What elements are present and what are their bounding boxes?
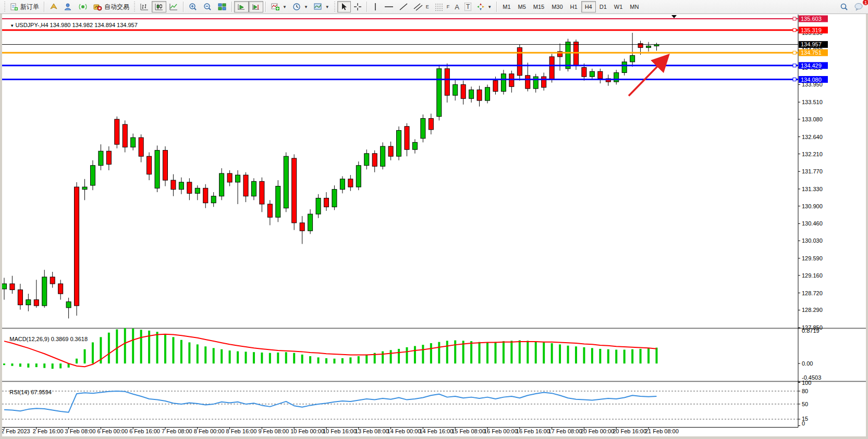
candle-body[interactable] <box>332 190 337 207</box>
candle-body[interactable] <box>573 42 578 66</box>
crosshair-button[interactable] <box>351 1 364 12</box>
line-chart-button[interactable] <box>166 1 181 12</box>
line-handle[interactable] <box>793 78 796 81</box>
candle-body[interactable] <box>50 277 55 284</box>
candle-body[interactable] <box>203 188 208 203</box>
candle-body[interactable] <box>533 77 538 89</box>
candle-body[interactable] <box>260 181 264 204</box>
candle-body[interactable] <box>549 57 554 80</box>
candle-body[interactable] <box>501 74 506 92</box>
candle-body[interactable] <box>115 119 119 144</box>
candlestick-chart-button[interactable] <box>152 1 166 12</box>
candle-body[interactable] <box>139 137 143 156</box>
trendline-button[interactable] <box>396 1 411 12</box>
candle-body[interactable] <box>477 90 482 101</box>
line-handle[interactable] <box>793 51 796 54</box>
candle-body[interactable] <box>614 73 619 82</box>
candle-body[interactable] <box>267 204 272 217</box>
arrows-tool-button[interactable]: ▼ <box>474 1 494 12</box>
auto-scroll-button[interactable] <box>234 1 249 12</box>
candle-body[interactable] <box>163 150 168 180</box>
candle-body[interactable] <box>123 124 127 147</box>
tile-windows-button[interactable] <box>215 1 229 12</box>
fibonacci-button[interactable]: F <box>432 1 453 12</box>
tab-timeframe-h1[interactable]: H1 <box>567 1 581 12</box>
text-tool-button[interactable]: A <box>452 1 462 12</box>
candle-body[interactable] <box>412 142 417 149</box>
candle-body[interactable] <box>236 175 240 182</box>
candle-body[interactable] <box>598 71 603 79</box>
candle-body[interactable] <box>106 151 111 164</box>
candle-body[interactable] <box>316 198 321 214</box>
horizontal-line-button[interactable] <box>382 1 396 12</box>
candle-body[interactable] <box>284 156 288 208</box>
candle-body[interactable] <box>82 187 87 190</box>
candle-body[interactable] <box>646 46 651 47</box>
candle-body[interactable] <box>58 284 63 294</box>
candle-body[interactable] <box>292 158 297 223</box>
candle-body[interactable] <box>10 284 15 290</box>
candle-body[interactable] <box>219 173 224 196</box>
candle-body[interactable] <box>437 69 442 117</box>
candle-body[interactable] <box>372 154 377 166</box>
timeframe-clock-button[interactable]: ▼ <box>289 1 311 12</box>
tab-timeframe-m30[interactable]: M30 <box>548 1 566 12</box>
zoom-out-button[interactable] <box>200 1 215 12</box>
candle-body[interactable] <box>421 118 425 138</box>
candle-body[interactable] <box>324 198 329 207</box>
candle-body[interactable] <box>348 179 353 187</box>
market-button[interactable] <box>46 1 61 12</box>
candle-body[interactable] <box>187 182 192 193</box>
candle-body[interactable] <box>251 181 256 196</box>
tab-timeframe-m5[interactable]: M5 <box>515 1 530 12</box>
candle-body[interactable] <box>34 300 39 306</box>
candle-body[interactable] <box>276 186 280 218</box>
auto-trading-button[interactable]: 自动交易 <box>90 1 132 12</box>
candle-body[interactable] <box>147 156 152 174</box>
candle-body[interactable] <box>243 175 248 196</box>
candle-body[interactable] <box>227 173 232 182</box>
candle-body[interactable] <box>66 302 71 307</box>
candle-body[interactable] <box>2 284 7 289</box>
candle-body[interactable] <box>429 118 433 129</box>
candle-body[interactable] <box>517 47 522 76</box>
chart-shift-button[interactable] <box>249 1 263 12</box>
search-button[interactable] <box>837 1 851 12</box>
candle-body[interactable] <box>493 81 498 92</box>
candle-body[interactable] <box>566 42 570 69</box>
candle-body[interactable] <box>445 69 449 95</box>
indicators-button[interactable]: ▼ <box>268 1 289 12</box>
candle-body[interactable] <box>469 90 474 98</box>
chart-end-marker-icon[interactable] <box>671 15 677 18</box>
tab-timeframe-m1[interactable]: M1 <box>499 1 514 12</box>
tab-timeframe-h4[interactable]: H4 <box>581 1 596 12</box>
label-tool-button[interactable]: T <box>462 1 474 12</box>
candle-body[interactable] <box>300 223 304 231</box>
annotation-arrow[interactable] <box>629 56 667 96</box>
bar-chart-button[interactable] <box>137 1 152 12</box>
tab-timeframe-mn[interactable]: MN <box>626 1 642 12</box>
candle-body[interactable] <box>26 300 31 305</box>
new-order-button[interactable]: 新订单 <box>7 1 42 12</box>
candle-body[interactable] <box>509 74 514 86</box>
candle-body[interactable] <box>582 68 586 77</box>
candle-body[interactable] <box>171 180 176 190</box>
tab-timeframe-d1[interactable]: D1 <box>596 1 610 12</box>
candle-body[interactable] <box>630 56 635 62</box>
line-handle[interactable] <box>793 64 796 67</box>
candle-body[interactable] <box>99 151 103 166</box>
candle-body[interactable] <box>179 182 184 190</box>
candle-body[interactable] <box>90 166 95 185</box>
profile-button[interactable] <box>61 1 76 12</box>
candle-body[interactable] <box>75 187 79 306</box>
cursor-button[interactable] <box>337 1 351 12</box>
line-handle[interactable] <box>793 17 796 20</box>
candle-body[interactable] <box>638 44 643 48</box>
candle-body[interactable] <box>195 188 200 193</box>
candle-body[interactable] <box>155 150 160 189</box>
templates-button[interactable]: ▼ <box>311 1 332 12</box>
chart-canvas[interactable]: 135.250134.820134.380133.950133.510133.0… <box>0 0 868 439</box>
zoom-in-button[interactable] <box>186 1 200 12</box>
line-handle[interactable] <box>793 29 796 32</box>
chart-collapse-icon[interactable]: ▼ <box>10 23 15 28</box>
